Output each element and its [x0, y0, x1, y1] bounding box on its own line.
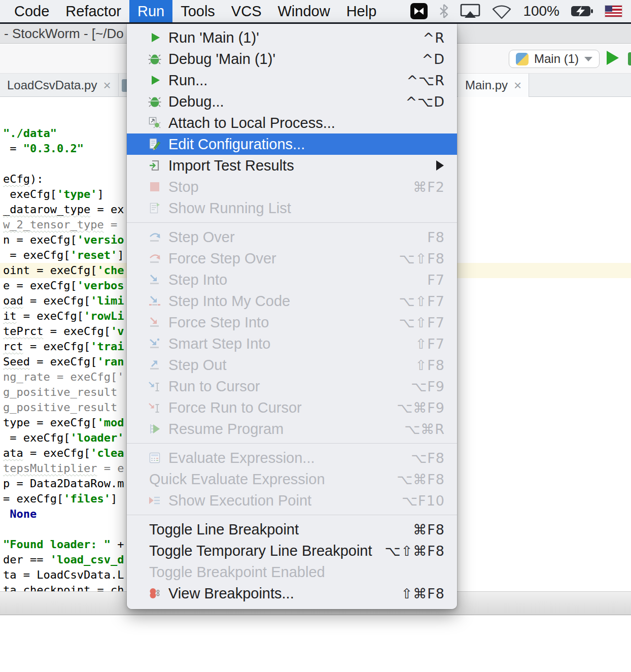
- menu-item-shortcut: ⌥F10: [402, 493, 457, 509]
- code-line: "./data": [3, 126, 124, 141]
- code-line: [3, 156, 124, 172]
- menu-item-attach-to-local-process[interactable]: Attach to Local Process...: [127, 112, 457, 133]
- menu-item-label: Import Test Results: [168, 157, 294, 174]
- evaluate-icon: [148, 451, 161, 464]
- bluetooth-icon[interactable]: [439, 4, 449, 19]
- run-icon: [148, 31, 161, 44]
- code-line: tePrct = exeCfg['v: [3, 324, 124, 339]
- menu-item-shortcut: ^⌥R: [407, 73, 458, 88]
- menu-item-shortcut: ⇧F8: [415, 357, 457, 373]
- menu-item-step-over: Step OverF8: [127, 226, 457, 248]
- running-list-icon: [148, 201, 161, 215]
- menu-item-label: View Breakpoints...: [168, 585, 294, 602]
- menu-item-force-run-to-cursor: Force Run to Cursor⌥⌘F9: [127, 397, 457, 418]
- battery-percentage: 100%: [523, 3, 559, 19]
- code-line: oint = exeCfg['che: [3, 263, 124, 278]
- window-title: - StockWorm - [~/Do: [4, 26, 124, 42]
- menu-item-label: Run to Cursor: [168, 378, 260, 395]
- code-line: ng_rate = exeCfg[': [3, 369, 124, 385]
- menubar-item-window[interactable]: Window: [269, 0, 338, 22]
- menu-item-step-into: Step IntoF7: [127, 269, 457, 290]
- stop-icon: [148, 180, 161, 193]
- us-flag-input-source-icon[interactable]: [605, 6, 622, 17]
- tab-loadcsvdata[interactable]: LoadCsvData.py ×: [0, 74, 119, 97]
- menubar-item-code[interactable]: Code: [6, 0, 57, 22]
- menu-item-label: Force Step Over: [168, 250, 276, 267]
- code-line: type = exeCfg['mod: [3, 415, 124, 430]
- menu-item-debug[interactable]: Debug...^⌥D: [127, 91, 457, 112]
- menu-item-edit-configurations[interactable]: Edit Configurations...: [127, 133, 457, 155]
- menu-item-label: Show Execution Point: [168, 492, 311, 509]
- menu-separator: [127, 443, 457, 444]
- menu-item-shortcut: ⌥⇧F7: [399, 293, 457, 309]
- menu-separator: [127, 222, 457, 223]
- code-line: e = exeCfg['verbos: [3, 278, 124, 293]
- menubar-item-refactor[interactable]: Refactor: [57, 0, 129, 22]
- code-line: eCfg):: [3, 172, 124, 187]
- display-mirroring-icon[interactable]: [460, 3, 480, 19]
- menu-item-run-main-1[interactable]: Run 'Main (1)'^R: [127, 27, 457, 48]
- code-line: [3, 522, 124, 537]
- smart-step-into-icon: [148, 337, 161, 350]
- code-line: rct = exeCfg['trai: [3, 339, 124, 354]
- menu-item-label: Debug...: [168, 93, 224, 110]
- menu-item-shortcut: ⌥⇧F7: [399, 315, 457, 330]
- code-line: = exeCfg['reset']: [3, 248, 124, 263]
- toolbar-debug-button-partial[interactable]: [628, 52, 631, 65]
- menu-item-label: Attach to Local Process...: [168, 115, 335, 131]
- import-icon: [148, 159, 161, 172]
- menu-item-label: Quick Evaluate Expression: [149, 471, 325, 488]
- menubar-item-help[interactable]: Help: [338, 0, 385, 22]
- menu-item-label: Smart Step Into: [168, 335, 271, 352]
- menu-bar-app-icon[interactable]: [410, 3, 428, 19]
- wifi-icon[interactable]: [492, 3, 512, 19]
- menu-item-label: Evaluate Expression...: [168, 450, 315, 466]
- chevron-down-icon: [584, 57, 592, 61]
- code-line: "Found loader: " +: [3, 537, 124, 552]
- menu-item-label: Toggle Breakpoint Enabled: [149, 564, 325, 581]
- tab-label: Main.py: [465, 78, 508, 92]
- menu-item-import-test-results[interactable]: Import Test Results: [127, 155, 457, 176]
- menu-item-label: Force Run to Cursor: [168, 399, 302, 416]
- run-menu-popup: Run 'Main (1)'^RDebug 'Main (1)'^DRun...…: [127, 24, 457, 609]
- close-icon[interactable]: ×: [514, 79, 521, 92]
- menu-item-label: Stop: [168, 179, 199, 195]
- menu-item-shortcut: ⌥⇧F8: [399, 251, 457, 266]
- menu-item-shortcut: ⇧F7: [415, 336, 457, 352]
- menu-item-run[interactable]: Run...^⌥R: [127, 70, 457, 91]
- menu-item-shortcut: ^D: [422, 51, 457, 67]
- menubar-item-run[interactable]: Run: [129, 0, 172, 22]
- code-line: p = Data2DataRow.m: [3, 476, 124, 491]
- menu-item-show-running-list: Show Running List: [127, 197, 457, 219]
- menubar-item-tools[interactable]: Tools: [172, 0, 223, 22]
- menu-item-debug-main-1[interactable]: Debug 'Main (1)'^D: [127, 48, 457, 70]
- menu-item-shortcut: F8: [427, 229, 457, 245]
- toolbar-run-button[interactable]: [607, 51, 619, 65]
- battery-charging-icon[interactable]: [571, 5, 594, 17]
- menu-item-smart-step-into: Smart Step Into⇧F7: [127, 333, 457, 354]
- menu-item-toggle-line-breakpoint[interactable]: Toggle Line Breakpoint⌘F8: [127, 519, 457, 540]
- code-line: = exeCfg['files']: [3, 491, 124, 507]
- close-icon[interactable]: ×: [103, 79, 111, 92]
- menu-item-label: Step Over: [168, 229, 235, 246]
- code-line: der == 'load_csv_d: [3, 552, 124, 567]
- code-line: None: [3, 507, 124, 522]
- menu-item-label: Force Step Into: [168, 314, 269, 331]
- menu-item-shortcut: ⌥⌘F9: [397, 400, 457, 416]
- menu-item-label: Resume Program: [168, 421, 284, 438]
- code-line: g_positive_result: [3, 400, 124, 415]
- code-line: Seed = exeCfg['ran: [3, 354, 124, 369]
- menu-item-evaluate-expression: Evaluate Expression...⌥F8: [127, 447, 457, 468]
- tab-main-py[interactable]: Main.py ×: [458, 74, 529, 97]
- macos-menu-bar: CodeRefactorRunToolsVCSWindowHelp 100%: [0, 0, 631, 22]
- attach-icon: [148, 116, 161, 129]
- menu-item-step-into-my-code: Step Into My Code⌥⇧F7: [127, 290, 457, 312]
- menubar-item-vcs[interactable]: VCS: [223, 0, 270, 22]
- tab-label: LoadCsvData.py: [7, 78, 97, 92]
- resume-icon: [148, 422, 161, 435]
- run-configuration-select[interactable]: Main (1): [509, 50, 600, 68]
- menu-item-view-breakpoints[interactable]: View Breakpoints...⇧⌘F8: [127, 583, 457, 604]
- menu-item-toggle-temporary-line-breakpoint[interactable]: Toggle Temporary Line Breakpoint⌥⇧⌘F8: [127, 540, 457, 561]
- menu-item-label: Edit Configurations...: [168, 136, 305, 153]
- run-to-cursor-icon: [148, 380, 161, 393]
